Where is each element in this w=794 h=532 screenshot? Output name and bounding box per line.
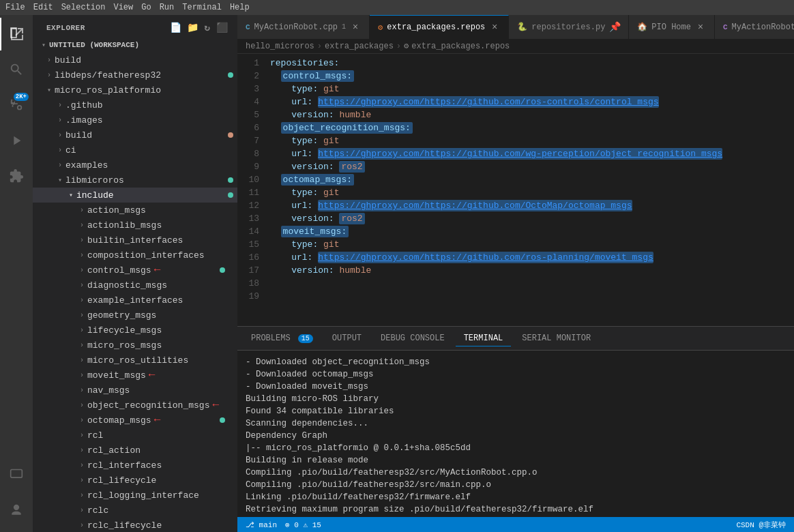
rcl-action-label: rcl_action — [87, 445, 141, 456]
menu-run[interactable]: Run — [160, 3, 175, 12]
pio-tab-close[interactable]: × — [695, 22, 706, 33]
sidebar-item-images[interactable]: › .images — [33, 113, 237, 128]
menu-selection[interactable]: Selection — [61, 3, 106, 12]
sidebar-item-geometry-msgs[interactable]: › geometry_msgs — [33, 308, 237, 323]
cpp-tab-close[interactable]: × — [350, 22, 361, 33]
builtin-label: builtin_interfaces — [87, 235, 183, 246]
activity-search[interactable] — [0, 53, 33, 86]
activity-remote[interactable] — [0, 458, 33, 491]
libmicroros-chevron: ▾ — [55, 176, 65, 184]
collapse-icon[interactable]: ⬛ — [215, 20, 230, 35]
sidebar-item-rcl[interactable]: › rcl — [33, 428, 237, 443]
sidebar-item-build2[interactable]: › build — [33, 128, 237, 143]
menu-terminal[interactable]: Terminal — [182, 3, 222, 12]
lifecycle-chevron: › — [76, 327, 87, 334]
tab-serial-monitor[interactable]: SERIAL MONITOR — [514, 331, 599, 346]
sidebar-item-micro-ros-utilities[interactable]: › micro_ros_utilities — [33, 353, 237, 368]
activity-source-control[interactable]: 2K+ — [0, 89, 33, 121]
code-line-18 — [270, 277, 794, 290]
sidebar-header: EXPLORER 📄 📁 ↻ ⬛ — [33, 15, 237, 38]
example-interfaces-chevron: › — [76, 297, 87, 304]
menu-help[interactable]: Help — [230, 3, 250, 12]
menu-go[interactable]: Go — [141, 3, 151, 12]
sidebar-item-diagnostic-msgs[interactable]: › diagnostic_msgs — [33, 278, 237, 293]
sidebar-item-examples[interactable]: › examples — [33, 158, 237, 173]
menu-file[interactable]: File — [5, 3, 25, 12]
sidebar-item-rcl-action[interactable]: › rcl_action — [33, 443, 237, 458]
sidebar-item-build[interactable]: › build — [33, 53, 237, 68]
tab-repositories-py[interactable]: 🐍 repositories.py 📌 — [509, 15, 629, 39]
activity-extensions[interactable] — [0, 160, 33, 192]
sidebar-item-lifecycle-msgs[interactable]: › lifecycle_msgs — [33, 323, 237, 338]
term-line-3: - Downloaded moveit_msgs — [246, 381, 786, 393]
sidebar-item-example-interfaces[interactable]: › example_interfaces — [33, 293, 237, 308]
new-file-icon[interactable]: 📄 — [168, 20, 183, 35]
tab-extra-packages[interactable]: ⚙ extra_packages.repos × — [370, 15, 509, 39]
sidebar-item-actionlib-msgs[interactable]: › actionlib_msgs — [33, 218, 237, 233]
repos-tab-icon: ⚙ — [378, 23, 383, 33]
code-line-17: version: humble — [270, 264, 794, 277]
rcl-logging-label: rcl_logging_interface — [87, 490, 199, 501]
lifecycle-label: lifecycle_msgs — [87, 325, 162, 336]
sidebar-item-libdeps[interactable]: › libdeps/featheresp32 — [33, 68, 237, 83]
sidebar-item-rcl-lifecycle[interactable]: › rcl_lifecycle — [33, 473, 237, 488]
micro-ros-utilities-chevron: › — [76, 357, 87, 364]
term-line-8: |-- micro_ros_platformio @ 0.0.1+sha.085… — [246, 442, 786, 454]
tab-output[interactable]: OUTPUT — [324, 331, 370, 346]
activity-run-debug[interactable] — [0, 124, 33, 157]
sidebar-item-micro-ros[interactable]: ▾ micro_ros_platformio — [33, 83, 237, 98]
sidebar-item-ci[interactable]: › ci — [33, 143, 237, 158]
sidebar-item-libmicroros[interactable]: ▾ libmicroros — [33, 173, 237, 188]
sidebar-item-octomap-msgs[interactable]: › octomap_msgs ← — [33, 413, 237, 428]
sidebar-item-include[interactable]: ▾ include — [33, 188, 237, 203]
control-msgs-chevron: › — [76, 267, 87, 274]
sidebar-item-rclc-lifecycle[interactable]: › rclc_lifecycle — [33, 518, 237, 532]
activity-account[interactable] — [0, 494, 33, 527]
rcl-lifecycle-chevron: › — [76, 477, 87, 484]
actionlib-msgs-label: actionlib_msgs — [87, 220, 162, 231]
rcl-chevron: › — [76, 432, 87, 439]
py-tab-close[interactable]: 📌 — [609, 22, 620, 33]
tab-pio-home[interactable]: 🏠 PIO Home × — [629, 15, 715, 39]
sidebar-item-rclc[interactable]: › rclc — [33, 503, 237, 518]
octomap-chevron: › — [76, 417, 87, 424]
repos-tab-close[interactable]: × — [489, 22, 500, 33]
geometry-chevron: › — [76, 312, 87, 319]
sidebar-item-object-recognition[interactable]: › object_recognition_msgs ← — [33, 398, 237, 413]
nav-chevron: › — [76, 387, 87, 394]
rclc-label: rclc — [87, 505, 108, 516]
rclc-chevron: › — [76, 507, 87, 514]
tab-terminal[interactable]: TERMINAL — [456, 331, 512, 346]
sidebar-item-rcl-logging[interactable]: › rcl_logging_interface — [33, 488, 237, 503]
micro-ros-chevron: ▾ — [44, 86, 55, 94]
sidebar-item-rcl-interfaces[interactable]: › rcl_interfaces — [33, 458, 237, 473]
activity-explorer[interactable] — [0, 18, 33, 50]
sidebar-item-composition-interfaces[interactable]: › composition_interfaces — [33, 248, 237, 263]
workspace-root[interactable]: ▾ UNTITLED (WORKSPACE) — [33, 38, 237, 53]
sidebar-actions: 📄 📁 ↻ ⬛ — [168, 20, 229, 35]
sidebar-item-micro-ros-msgs[interactable]: › micro_ros_msgs — [33, 338, 237, 353]
breadcrumb: hello_microros › extra_packages › ⚙ extr… — [237, 39, 794, 54]
sidebar-item-control-msgs[interactable]: › control_msgs ← — [33, 263, 237, 278]
sidebar-item-nav-msgs[interactable]: › nav_msgs — [33, 383, 237, 398]
terminal-tabs: PROBLEMS 15 OUTPUT DEBUG CONSOLE TERMINA… — [237, 327, 794, 351]
tabs-bar: C MyActionRobot.cpp 1 × ⚙ extra_packages… — [237, 15, 794, 39]
menu-edit[interactable]: Edit — [33, 3, 53, 12]
tab-debug-console[interactable]: DEBUG CONSOLE — [372, 331, 453, 346]
tab-myactionrobot-cpp[interactable]: C MyActionRobot.cpp 1 × — [237, 15, 370, 39]
code-line-1: repositories: — [270, 57, 794, 70]
new-folder-icon[interactable]: 📁 — [186, 20, 201, 35]
term-line-9: Building in release mode — [246, 454, 786, 467]
refresh-icon[interactable]: ↻ — [203, 20, 212, 35]
code-editor[interactable]: repositories: control_msgs: type: git ur… — [265, 54, 794, 326]
sidebar-item-github[interactable]: › .github — [33, 98, 237, 113]
cpp-tab-number: 1 — [342, 23, 346, 31]
tab-myactionrobot-h[interactable]: C MyActionRobot.h 5 × — [715, 15, 794, 39]
sidebar-item-action-msgs[interactable]: › action_msgs — [33, 203, 237, 218]
sidebar-item-builtin-interfaces[interactable]: › builtin_interfaces — [33, 233, 237, 248]
sidebar-item-moveit-msgs[interactable]: › moveit_msgs ← — [33, 368, 237, 383]
menu-view[interactable]: View — [113, 3, 133, 12]
terminal-content[interactable]: - Downloaded object_recognition_msgs - D… — [237, 351, 794, 517]
breadcrumb-sep2: › — [396, 42, 401, 51]
tab-problems[interactable]: PROBLEMS 15 — [243, 331, 321, 346]
